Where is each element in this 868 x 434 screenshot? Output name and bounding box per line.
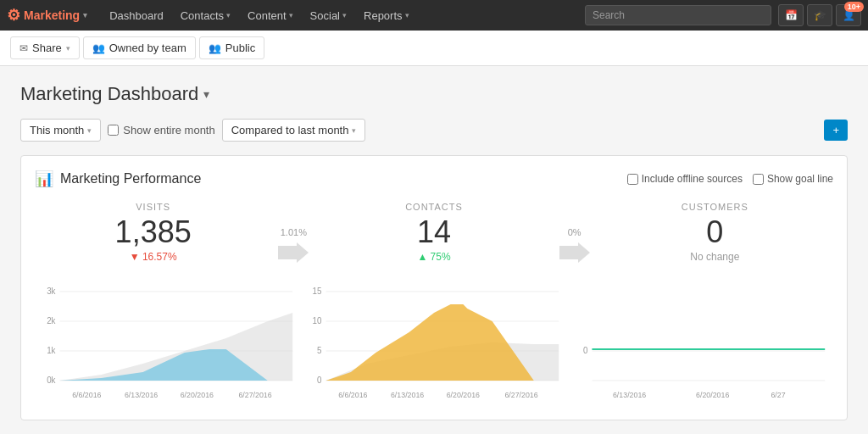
bar-chart-icon: 📊 xyxy=(35,170,53,188)
include-offline-input[interactable] xyxy=(627,174,638,185)
svg-text:6/6/2016: 6/6/2016 xyxy=(72,391,101,399)
svg-text:0: 0 xyxy=(317,376,322,385)
nav-item-content[interactable]: Content ▾ xyxy=(239,0,302,31)
svg-text:6/13/2016: 6/13/2016 xyxy=(391,391,424,399)
month-chevron-icon: ▾ xyxy=(87,126,92,135)
arrow-right-icon xyxy=(278,241,309,264)
team-icon: 👥 xyxy=(92,42,105,54)
svg-text:2k: 2k xyxy=(47,316,55,326)
nav-item-dashboard[interactable]: Dashboard xyxy=(101,0,172,31)
svg-text:3k: 3k xyxy=(47,287,55,296)
svg-text:6/27: 6/27 xyxy=(771,391,785,399)
brand-label: Marketing xyxy=(24,8,80,22)
svg-text:6/27/2016: 6/27/2016 xyxy=(238,391,271,399)
page-content: Marketing Dashboard ▾ This month ▾ Show … xyxy=(0,66,868,420)
compared-chevron-icon: ▾ xyxy=(352,126,356,135)
owned-by-team-button[interactable]: 👥 Owned by team xyxy=(83,36,196,59)
customers-metric: CUSTOMERS 0 No change xyxy=(597,202,833,263)
conversion-arrow-1: 1.01% xyxy=(271,202,315,264)
customers-chart: 0 6/13/2016 6/20/2016 6/27 xyxy=(567,275,833,406)
contacts-chart: 15 10 5 0 6/6/2016 6/13/2016 6/20/2016 6… xyxy=(301,275,567,406)
contacts-metric: CONTACTS 14 ▲ 75% xyxy=(315,202,552,263)
card-title-row: 📊 Marketing Performance xyxy=(35,170,201,188)
svg-text:15: 15 xyxy=(313,287,322,296)
search-container xyxy=(585,5,771,25)
svg-text:6/27/2016: 6/27/2016 xyxy=(504,391,537,399)
arrow-right-icon-2 xyxy=(559,241,590,264)
include-offline-checkbox[interactable]: Include offline sources xyxy=(627,173,743,185)
page-title: Marketing Dashboard xyxy=(20,83,198,105)
nav-icon-group: 📅 🎓 👤 10+ xyxy=(778,4,861,26)
svg-text:6/13/2016: 6/13/2016 xyxy=(125,391,158,399)
svg-marker-25 xyxy=(326,304,559,381)
svg-text:0k: 0k xyxy=(47,376,55,385)
filter-bar: This month ▾ Show entire month Compared … xyxy=(20,119,848,142)
visits-change: ▼ 16.57% xyxy=(52,251,254,263)
contacts-chevron-icon: ▾ xyxy=(226,11,231,19)
share-icon: ✉ xyxy=(19,42,28,54)
top-navigation: ⚙ Marketing ▾ Dashboard Contacts ▾ Conte… xyxy=(0,0,868,31)
visits-label: VISITS xyxy=(52,202,254,212)
calendar-icon-btn[interactable]: 📅 xyxy=(778,4,804,26)
notifications-icon-btn[interactable]: 👤 10+ xyxy=(836,4,861,26)
sprocket-icon: ⚙ xyxy=(7,6,20,25)
show-entire-month-checkbox[interactable]: Show entire month xyxy=(108,124,214,136)
svg-text:1k: 1k xyxy=(47,346,55,355)
conversion-arrow-2: 0% xyxy=(553,202,597,264)
marketing-performance-card: 📊 Marketing Performance Include offline … xyxy=(20,155,848,420)
compared-to-button[interactable]: Compared to last month ▾ xyxy=(222,119,366,142)
content-chevron-icon: ▾ xyxy=(289,11,293,19)
public-icon: 👥 xyxy=(209,42,221,54)
graduation-icon: 🎓 xyxy=(814,9,826,21)
customers-area-chart: 0 6/13/2016 6/20/2016 6/27 xyxy=(567,275,833,406)
contacts-area-chart: 15 10 5 0 6/6/2016 6/13/2016 6/20/2016 6… xyxy=(301,275,567,406)
svg-text:6/20/2016: 6/20/2016 xyxy=(696,391,729,399)
page-title-row: Marketing Dashboard ▾ xyxy=(20,83,848,105)
show-goal-line-checkbox[interactable]: Show goal line xyxy=(753,173,833,185)
svg-text:0: 0 xyxy=(583,346,588,355)
visits-area-chart: 3k 2k 1k 0k 6/6/2016 6/13/2016 6/20/2016… xyxy=(35,275,301,406)
brand-chevron-icon: ▾ xyxy=(83,11,87,19)
metrics-row: VISITS 1,385 ▼ 16.57% 1.01% CONTACTS 14 … xyxy=(35,202,833,264)
brand-logo[interactable]: ⚙ Marketing ▾ xyxy=(7,6,87,25)
svg-text:10: 10 xyxy=(313,316,322,326)
contacts-change: ▲ 75% xyxy=(332,251,535,263)
nav-item-contacts[interactable]: Contacts ▾ xyxy=(172,0,239,31)
share-button[interactable]: ✉ Share ▾ xyxy=(10,36,80,59)
visits-value: 1,385 xyxy=(52,215,254,249)
this-month-button[interactable]: This month ▾ xyxy=(20,119,101,142)
public-button[interactable]: 👥 Public xyxy=(199,36,264,59)
svg-text:6/6/2016: 6/6/2016 xyxy=(338,391,367,399)
share-chevron-icon: ▾ xyxy=(66,44,70,53)
conversion-pct-1: 1.01% xyxy=(281,227,307,237)
calendar-icon: 📅 xyxy=(785,9,798,21)
add-report-button[interactable]: + xyxy=(824,120,848,141)
title-dropdown-icon[interactable]: ▾ xyxy=(203,87,209,101)
customers-change: No change xyxy=(614,251,816,263)
nav-item-reports[interactable]: Reports ▾ xyxy=(355,0,418,31)
search-input[interactable] xyxy=(585,5,771,25)
card-options: Include offline sources Show goal line xyxy=(627,173,833,185)
social-chevron-icon: ▾ xyxy=(342,11,347,19)
customers-label: CUSTOMERS xyxy=(614,202,816,212)
show-entire-month-input[interactable] xyxy=(108,125,119,136)
conversion-pct-2: 0% xyxy=(568,227,581,237)
svg-text:6/13/2016: 6/13/2016 xyxy=(613,391,646,399)
svg-text:6/20/2016: 6/20/2016 xyxy=(447,391,480,399)
contacts-label: CONTACTS xyxy=(332,202,535,212)
show-goal-line-input[interactable] xyxy=(753,174,764,185)
nav-item-social[interactable]: Social ▾ xyxy=(302,0,355,31)
card-title: Marketing Performance xyxy=(60,171,201,186)
card-header: 📊 Marketing Performance Include offline … xyxy=(35,170,833,188)
contacts-value: 14 xyxy=(332,215,535,249)
help-icon-btn[interactable]: 🎓 xyxy=(807,4,832,26)
svg-text:5: 5 xyxy=(317,346,322,355)
svg-marker-1 xyxy=(559,242,590,263)
customers-value: 0 xyxy=(614,215,816,249)
charts-row: 3k 2k 1k 0k 6/6/2016 6/13/2016 6/20/2016… xyxy=(35,275,833,406)
visits-metric: VISITS 1,385 ▼ 16.57% xyxy=(35,202,271,263)
svg-marker-0 xyxy=(278,242,309,263)
notification-badge: 10+ xyxy=(844,2,864,12)
svg-text:6/20/2016: 6/20/2016 xyxy=(181,391,214,399)
reports-chevron-icon: ▾ xyxy=(405,11,409,19)
